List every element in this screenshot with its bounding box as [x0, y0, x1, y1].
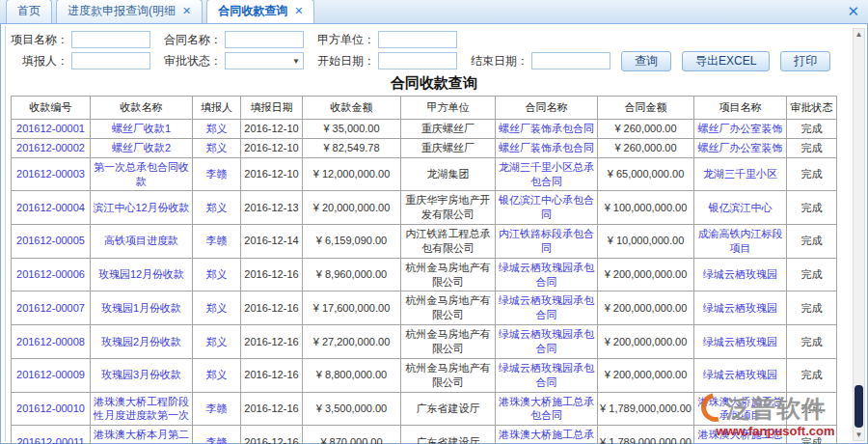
scrollbar-thumb[interactable] [854, 385, 863, 428]
start-date-input[interactable] [378, 52, 457, 69]
cell-project-name[interactable]: 龙湖三千里小区 [694, 157, 787, 191]
cell-receipt-no[interactable]: 201612-00011 [12, 426, 91, 444]
cell-receipt-name[interactable]: 玫瑰园12月份收款 [91, 258, 193, 291]
cell-contract-name[interactable]: 螺丝厂装饰承包合同 [496, 120, 598, 139]
cell-project-name[interactable]: 螺丝厂办公室装饰 [694, 120, 787, 139]
vertical-scrollbar[interactable]: ▲ ▼ [853, 28, 865, 441]
cell-filler[interactable]: 李赣 [193, 426, 241, 444]
project-name-label: 项目名称： [11, 32, 68, 48]
cell-receipt-no[interactable]: 201612-00007 [12, 291, 91, 325]
cell-filler[interactable]: 李赣 [193, 157, 241, 191]
cell-party-a: 重庆螺丝厂 [401, 120, 496, 139]
end-date-input[interactable] [531, 52, 610, 69]
cell-filler[interactable]: 郑义 [193, 138, 241, 157]
cell-receipt-amount: ¥ 8,800,000.00 [303, 358, 401, 392]
cell-filler[interactable]: 郑义 [193, 358, 241, 392]
cell-receipt-amount: ¥ 17,600,000.00 [303, 291, 401, 325]
cell-receipt-no[interactable]: 201612-00005 [12, 225, 91, 259]
cell-receipt-name[interactable]: 滨江中心12月份收款 [91, 191, 193, 225]
cell-receipt-name[interactable]: 第一次总承包合同收款 [91, 157, 193, 191]
cell-receipt-no[interactable]: 201612-00009 [12, 358, 91, 392]
cell-contract-name[interactable]: 绿城云栖玫瑰园承包合同 [496, 358, 598, 392]
cell-approval-status: 完成 [787, 325, 837, 359]
cell-contract-amount: ¥ 65,000,000.00 [598, 157, 694, 191]
column-header-receipt-amount: 收款金额 [303, 97, 401, 120]
cell-filler[interactable]: 郑义 [193, 191, 241, 225]
cell-approval-status: 完成 [787, 291, 837, 325]
tab-close-icon[interactable]: ✕ [294, 6, 303, 16]
export-excel-button[interactable]: 导出EXCEL [682, 51, 770, 71]
filler-label: 填报人： [11, 53, 68, 69]
cell-contract-name[interactable]: 绿城云栖玫瑰园承包合同 [496, 258, 598, 291]
cell-approval-status: 完成 [787, 225, 837, 259]
cell-project-name[interactable]: 绿城云栖玫瑰园 [694, 358, 787, 392]
cell-contract-name[interactable]: 螺丝厂装饰承包合同 [496, 138, 598, 157]
cell-project-name[interactable]: 港珠澳大桥施工总承包项目 [694, 426, 787, 444]
cell-contract-name[interactable]: 绿城云栖玫瑰园承包合同 [496, 291, 598, 325]
main-panel: 项目名称： 合同名称： 甲方单位： 填报人： 审批状态： ▼ 开始日期： 结束日… [0, 24, 868, 444]
cell-receipt-name[interactable]: 港珠澳大桥本月第二部分补收 [91, 426, 193, 444]
tab-label: 合同收款查询 [218, 3, 287, 19]
cell-contract-amount: ¥ 200,000,000.00 [598, 358, 694, 392]
cell-project-name[interactable]: 成渝高铁内江标段项目 [694, 225, 787, 259]
close-icon[interactable]: ✕ [847, 4, 859, 18]
contract-name-label: 合同名称： [164, 32, 222, 48]
tab-label: 进度款申报查询(明细 [68, 3, 176, 19]
cell-receipt-amount: ¥ 3,500,000.00 [303, 392, 401, 426]
query-button[interactable]: 查询 [621, 51, 671, 71]
cell-receipt-no[interactable]: 201612-00001 [12, 120, 91, 139]
cell-contract-name[interactable]: 龙湖三千里小区总承包合同 [496, 157, 598, 191]
cell-receipt-amount: ¥ 35,000.00 [303, 120, 401, 139]
cell-project-name[interactable]: 港珠澳大桥施工总承包项目 [694, 392, 787, 426]
cell-project-name[interactable]: 绿城云栖玫瑰园 [694, 325, 787, 359]
cell-receipt-name[interactable]: 螺丝厂收款1 [91, 120, 193, 139]
cell-receipt-no[interactable]: 201612-00010 [12, 392, 91, 426]
cell-receipt-no[interactable]: 201612-00002 [12, 138, 91, 157]
contract-name-input[interactable] [225, 31, 304, 48]
tab-close-icon[interactable]: ✕ [182, 6, 191, 16]
cell-receipt-name[interactable]: 玫瑰园3月份收款 [91, 358, 193, 392]
cell-contract-name[interactable]: 港珠澳大桥施工总承包合同 [496, 426, 598, 444]
cell-filler[interactable]: 郑义 [193, 325, 241, 359]
cell-receipt-name[interactable]: 港珠澳大桥工程阶段性月度进度款第一次 [91, 392, 193, 426]
party-a-input[interactable] [378, 31, 457, 48]
cell-contract-name[interactable]: 银亿滨江中心承包合同 [496, 191, 598, 225]
cell-filler[interactable]: 李赣 [193, 225, 241, 259]
cell-party-a: 重庆华宇房地产开发有限公司 [401, 191, 496, 225]
cell-receipt-no[interactable]: 201612-00006 [12, 258, 91, 291]
cell-contract-amount: ¥ 1,789,000,000.00 [598, 426, 694, 444]
tab-0[interactable]: 首页 [6, 0, 52, 23]
cell-receipt-name[interactable]: 玫瑰园1月份收款 [91, 291, 193, 325]
scroll-up-icon[interactable]: ▲ [854, 29, 864, 40]
cell-contract-name[interactable]: 港珠澳大桥施工总承包合同 [496, 392, 598, 426]
tab-2[interactable]: 合同收款查询✕ [206, 0, 314, 23]
cell-receipt-amount: ¥ 6,159,090.00 [303, 225, 401, 259]
cell-receipt-name[interactable]: 螺丝厂收款2 [91, 138, 193, 157]
cell-filler[interactable]: 郑义 [193, 120, 241, 139]
filler-input[interactable] [71, 52, 150, 69]
tab-1[interactable]: 进度款申报查询(明细✕ [56, 0, 203, 23]
cell-receipt-name[interactable]: 玫瑰园2月份收款 [91, 325, 193, 359]
cell-project-name[interactable]: 银亿滨江中心 [694, 191, 787, 225]
tab-bar: 首页进度款申报查询(明细✕合同收款查询✕✕ [0, 0, 868, 24]
print-button[interactable]: 打印 [780, 51, 830, 71]
cell-receipt-name[interactable]: 高铁项目进度款 [91, 225, 193, 259]
cell-project-name[interactable]: 绿城云栖玫瑰园 [694, 258, 787, 291]
table-row: 201612-00002螺丝厂收款2郑义2016-12-10¥ 82,549.7… [12, 138, 837, 157]
chevron-down-icon: ▼ [292, 57, 300, 66]
cell-project-name[interactable]: 绿城云栖玫瑰园 [694, 291, 787, 325]
cell-receipt-no[interactable]: 201612-00008 [12, 325, 91, 359]
cell-contract-name[interactable]: 绿城云栖玫瑰园承包合同 [496, 325, 598, 359]
cell-filler[interactable]: 李赣 [193, 392, 241, 426]
cell-project-name[interactable]: 螺丝厂办公室装饰 [694, 138, 787, 157]
cell-receipt-no[interactable]: 201612-00004 [12, 191, 91, 225]
cell-receipt-no[interactable]: 201612-00003 [12, 157, 91, 191]
project-name-input[interactable] [71, 31, 150, 48]
scroll-down-icon[interactable]: ▼ [854, 430, 864, 440]
cell-filler[interactable]: 郑义 [193, 258, 241, 291]
cell-filler[interactable]: 郑义 [193, 291, 241, 325]
cell-contract-name[interactable]: 内江铁路标段承包合同 [496, 225, 598, 259]
party-a-label: 甲方单位： [317, 32, 375, 48]
approval-status-select[interactable]: ▼ [225, 52, 304, 69]
cell-approval-status: 完成 [787, 157, 837, 191]
